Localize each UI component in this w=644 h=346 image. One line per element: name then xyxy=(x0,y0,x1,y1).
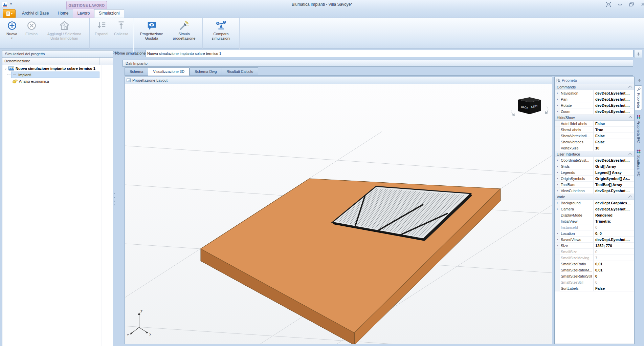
property-row-legends[interactable]: ›LegendsLegend[] Array xyxy=(555,169,634,176)
property-value[interactable]: False xyxy=(593,133,634,139)
property-value[interactable]: 0,01 xyxy=(593,261,634,267)
expand-arrow-icon[interactable]: › xyxy=(555,206,560,212)
property-row-autohidelabels[interactable]: AutoHideLabelsFalse xyxy=(555,121,634,127)
property-value[interactable]: devDept.Eyeshot.... xyxy=(593,157,634,163)
minimize-button[interactable] xyxy=(616,1,624,7)
property-value[interactable]: Grid[] Array xyxy=(593,163,634,169)
button-compara-simulazioni[interactable]: ABCompara simulazioni xyxy=(205,19,237,44)
expand-arrow-icon[interactable]: › xyxy=(555,230,560,236)
side-tab-struttura-ifc[interactable]: Struttura IFC xyxy=(635,147,642,179)
property-value[interactable]: devDept.Eyeshot.... xyxy=(593,237,634,242)
tree-item-analisi-economica[interactable]: Analisi economica xyxy=(2,78,113,84)
tab-lavoro[interactable]: Lavoro xyxy=(73,9,94,18)
property-row-pan[interactable]: ›PandevDept.Eyeshot.... xyxy=(555,96,634,102)
tree-column-header[interactable]: Denominazione xyxy=(2,58,113,65)
property-row-smallsizeratiom[interactable]: SmallSizeRatioM...0,01 xyxy=(555,267,634,273)
button-progettazione-guidata[interactable]: Progettazione Guidata xyxy=(135,19,168,44)
expand-arrow-icon[interactable]: › xyxy=(555,182,560,187)
property-value[interactable]: Trimetric xyxy=(593,218,634,224)
property-row-displaymode[interactable]: DisplayModeRendered xyxy=(555,212,634,218)
property-section-hide-show[interactable]: Hide/Show xyxy=(555,115,634,121)
property-section-commands[interactable]: Commands xyxy=(555,84,634,90)
property-value[interactable]: False xyxy=(593,285,634,291)
property-value[interactable]: 0 xyxy=(593,224,634,230)
property-value[interactable]: False xyxy=(593,121,634,126)
property-value[interactable]: 0 xyxy=(593,279,634,285)
property-row-vertexsize[interactable]: VertexSize10 xyxy=(555,145,634,151)
simulation-name-input[interactable] xyxy=(146,50,634,57)
property-value[interactable]: devDept.Eyeshot.... xyxy=(593,188,634,194)
expand-arrow-icon[interactable]: › xyxy=(555,108,560,114)
tab-schema-dwg[interactable]: Schema Dwg xyxy=(190,67,221,75)
property-value[interactable]: 0 xyxy=(593,249,634,255)
property-row-originsymbols[interactable]: ›OriginSymbolsOriginSymbol[] Ar... xyxy=(555,176,634,182)
panel-splitter[interactable] xyxy=(114,193,115,205)
file-menu-button[interactable]: ▾ xyxy=(3,9,16,18)
property-row-toolbars[interactable]: ›ToolBarsToolBar[] Array xyxy=(555,182,634,188)
property-row-rotate[interactable]: ›RotatedevDept.Eyeshot.... xyxy=(555,102,634,108)
expand-arrow-icon[interactable]: › xyxy=(555,176,560,181)
property-value[interactable]: devDept.Eyeshot.... xyxy=(593,108,634,114)
property-row-size[interactable]: ›Size1252; 770 xyxy=(555,243,634,249)
button-espandi[interactable]: Espandi xyxy=(92,19,111,44)
tree-item-impianti[interactable]: Impianti xyxy=(2,72,113,78)
property-value[interactable]: False xyxy=(593,139,634,145)
dropdown-caret-icon[interactable]: ▾ xyxy=(11,37,13,40)
property-row-navigation[interactable]: ›NavigationdevDept.Eyeshot.... xyxy=(555,90,634,96)
property-value[interactable]: devDept.Eyeshot.... xyxy=(593,102,634,108)
property-value[interactable]: ToolBar[] Array xyxy=(593,182,634,187)
property-row-smallsizemoving[interactable]: SmallSizeMoving7 xyxy=(555,255,634,261)
property-value[interactable]: devDept.Eyeshot.... xyxy=(593,96,634,102)
chevron-down-icon[interactable]: ⌄ xyxy=(4,66,8,70)
restore-button[interactable] xyxy=(628,1,635,7)
expand-arrow-icon[interactable]: › xyxy=(555,163,560,169)
property-row-showvertices[interactable]: ShowVerticesFalse xyxy=(555,139,634,145)
tab-risultati-calcolo[interactable]: Risultati Calcolo xyxy=(222,67,259,75)
property-value[interactable]: OriginSymbol[] Ar... xyxy=(593,176,634,181)
property-row-coordinatesyst[interactable]: ›CoordinateSyst...devDept.Eyeshot.... xyxy=(555,157,634,163)
tab-home[interactable]: Home xyxy=(53,9,73,18)
close-button[interactable] xyxy=(639,1,644,7)
button-aggiungi-seleziona-unita-immobiliari[interactable]: Aggiungi / Seleziona Unità Immobiliari xyxy=(41,19,87,44)
property-value[interactable]: Rendered xyxy=(593,212,634,218)
expand-arrow-icon[interactable]: › xyxy=(555,90,560,96)
property-value[interactable]: 1252; 770 xyxy=(593,243,634,248)
property-value[interactable]: devDept.Graphics.... xyxy=(593,200,634,206)
expand-arrow-icon[interactable]: › xyxy=(555,169,560,175)
property-section-varie[interactable]: Varie xyxy=(555,194,634,200)
side-tab-proprieta-ifc[interactable]: Proprietà IFC xyxy=(635,113,642,145)
property-value[interactable]: True xyxy=(593,127,634,133)
property-row-instanceid[interactable]: InstanceId0 xyxy=(555,224,634,230)
property-row-smallsizeratio[interactable]: SmallSizeRatio0,01 xyxy=(555,261,634,267)
auto-hide-pin-icon[interactable] xyxy=(636,77,642,83)
button-nuova[interactable]: Nuova▾ xyxy=(2,19,22,44)
property-section-user-interface[interactable]: User Interface xyxy=(555,151,634,157)
button-collassa[interactable]: Collassa xyxy=(111,19,131,44)
tab-archivi-di-base[interactable]: Archivi di Base xyxy=(18,9,53,18)
property-value[interactable]: 0; 0 xyxy=(593,230,634,236)
property-value[interactable]: devDept.Eyeshot.... xyxy=(593,90,634,96)
property-value[interactable]: 7 xyxy=(593,255,634,261)
property-value[interactable]: 0 xyxy=(593,273,634,279)
button-simula-progettazione[interactable]: Simula progettazione xyxy=(168,19,200,44)
property-row-showlabels[interactable]: ShowLabelsTrue xyxy=(555,127,634,133)
property-row-background[interactable]: ›BackgrounddevDept.Graphics.... xyxy=(555,200,634,206)
property-row-savedviews[interactable]: ›SavedViewsdevDept.Eyeshot.... xyxy=(555,237,634,243)
expand-arrow-icon[interactable]: › xyxy=(555,157,560,163)
tab-schema[interactable]: Schema xyxy=(125,67,148,75)
expand-arrow-icon[interactable]: › xyxy=(555,96,560,102)
property-row-initialview[interactable]: InitialViewTrimetric xyxy=(555,218,634,224)
property-row-camera[interactable]: ›CameradevDept.Eyeshot.... xyxy=(555,206,634,212)
property-row-showvertexindi[interactable]: ShowVertexIndi...False xyxy=(555,133,634,139)
property-value[interactable]: devDept.Eyeshot.... xyxy=(593,206,634,212)
tree-item-nuova-simulazione-impianto-solare-termico-1[interactable]: ⌄Nuova simulazione impianto solare termi… xyxy=(2,65,113,72)
3d-scene[interactable]: BACK LEFT Z Y X xyxy=(125,84,552,344)
expand-arrow-icon[interactable]: › xyxy=(555,188,560,194)
property-row-grids[interactable]: ›GridsGrid[] Array xyxy=(555,163,634,169)
property-row-smallsize[interactable]: SmallSize0 xyxy=(555,249,634,255)
property-row-smallsizestill[interactable]: SmallSizeStill0 xyxy=(555,279,634,285)
side-tab-proprieta[interactable]: Proprietà xyxy=(635,85,642,110)
property-row-viewcubeicon[interactable]: ›ViewCubeIcondevDept.Eyeshot.... xyxy=(555,188,634,194)
property-row-sortlabels[interactable]: SortLabelsFalse xyxy=(555,285,634,291)
button-elimina[interactable]: Elimina xyxy=(22,19,41,44)
